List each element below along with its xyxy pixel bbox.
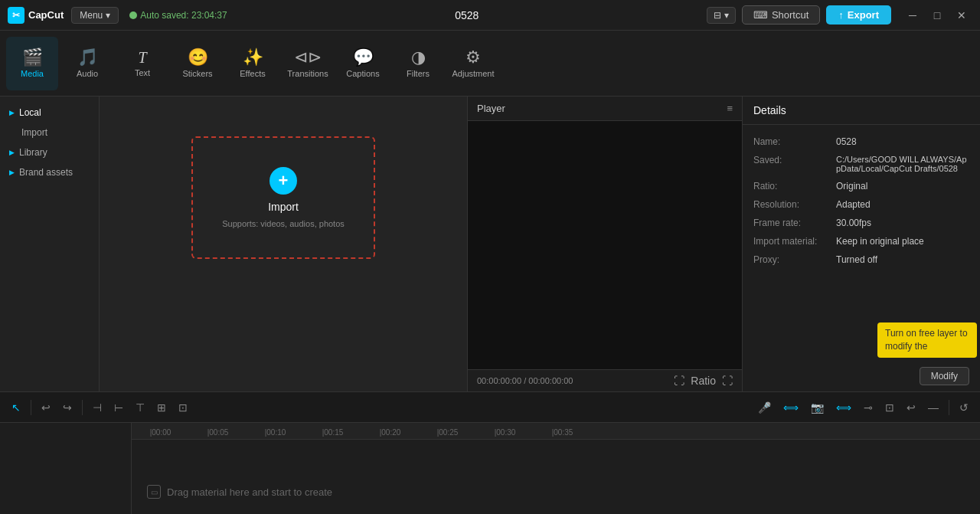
app-logo: ✂ CapCut bbox=[8, 7, 64, 24]
audio-split-button[interactable]: ⟺ bbox=[832, 399, 855, 416]
effects-icon: ✨ bbox=[243, 49, 263, 66]
sidebar-item-import[interactable]: Import bbox=[0, 123, 99, 142]
ruler-mark-25: |00:25 bbox=[419, 426, 476, 437]
tl-sep3 bbox=[949, 400, 949, 415]
sidebar-item-library[interactable]: ▶ Library bbox=[0, 142, 99, 162]
player-panel: Player ≡ 00:00:00:00 / 00:00:00:00 ⛶ Rat… bbox=[467, 97, 743, 391]
import-box[interactable]: + Import Supports: videos, audios, photo… bbox=[191, 136, 375, 259]
detail-label-framerate: Frame rate: bbox=[753, 218, 830, 228]
sidebar-item-brand-assets[interactable]: ▶ Brand assets bbox=[0, 162, 99, 182]
toolbar-label-effects: Effects bbox=[240, 69, 265, 78]
maximize-button[interactable]: □ bbox=[926, 7, 948, 24]
trim-right-button[interactable]: ⊤ bbox=[132, 399, 149, 416]
export-icon: ↑ bbox=[838, 9, 844, 21]
toolbar-label-text: Text bbox=[135, 68, 150, 77]
redo-button[interactable]: ↪ bbox=[59, 399, 76, 416]
ruler-mark-20: |00:20 bbox=[361, 426, 419, 437]
app-name: CapCut bbox=[28, 9, 64, 21]
left-panel: ▶ Local Import ▶ Library ▶ Brand assets bbox=[0, 97, 100, 391]
export-button[interactable]: ↑ Export bbox=[826, 5, 891, 25]
crop-button[interactable]: ⊞ bbox=[153, 399, 170, 416]
timeline-toolbar: ↖ ↩ ↪ ⊣ ⊢ ⊤ ⊞ ⊡ 🎤 ⟺ 📷 ⟺ ⊸ ⊡ ↩ — ↺ bbox=[0, 392, 980, 423]
toolbar-item-text[interactable]: T Text bbox=[116, 37, 168, 90]
import-plus-icon: + bbox=[270, 167, 297, 195]
details-panel: Details Name: 0528 Saved: C:/Users/GOOD … bbox=[743, 97, 980, 391]
detail-value-framerate: 30.00fps bbox=[836, 218, 871, 228]
fullscreen-button[interactable]: ⛶ bbox=[722, 375, 733, 387]
ruler-marks-container: |00:00 |00:05 |00:10 |00:15 |00:20 bbox=[132, 426, 591, 437]
detail-label-proxy: Proxy: bbox=[753, 254, 830, 265]
detail-value-import-material: Keep in original place bbox=[836, 236, 924, 247]
captions-icon: 💬 bbox=[353, 49, 374, 66]
toolbar-label-media: Media bbox=[21, 69, 44, 78]
player-time-display: 00:00:00:00 / 00:00:00:00 bbox=[477, 376, 573, 385]
ruler-mark-0: |00:00 bbox=[132, 426, 189, 437]
ratio-button[interactable]: Ratio bbox=[691, 375, 716, 387]
tl-sep2 bbox=[82, 400, 83, 415]
player-header: Player ≡ bbox=[468, 97, 742, 121]
detail-row-name: Name: 0528 bbox=[743, 133, 980, 151]
timeline-right: |00:00 |00:05 |00:10 |00:15 |00:20 bbox=[132, 423, 980, 514]
player-menu-icon[interactable]: ≡ bbox=[727, 103, 733, 114]
shortcut-button[interactable]: ⌨ Shortcut bbox=[742, 5, 820, 25]
menu-button[interactable]: Menu ▾ bbox=[71, 7, 119, 24]
audio-connect-button[interactable]: ⟺ bbox=[779, 399, 802, 416]
detail-label-ratio: Ratio: bbox=[753, 181, 830, 192]
detail-value-name: 0528 bbox=[836, 136, 857, 147]
select-tool-button[interactable]: ↖ bbox=[8, 399, 24, 416]
sidebar-item-local[interactable]: ▶ Local bbox=[0, 103, 99, 123]
detail-row-ratio: Ratio: Original bbox=[743, 177, 980, 195]
toolbar-item-media[interactable]: 🎬 Media bbox=[6, 37, 58, 90]
top-bar: ✂ CapCut Menu ▾ Auto saved: 23:04:37 052… bbox=[0, 0, 980, 31]
modify-button[interactable]: Modify bbox=[920, 367, 969, 385]
audio-icon: 🎵 bbox=[77, 49, 98, 66]
auto-saved-status: Auto saved: 23:04:37 bbox=[129, 10, 227, 21]
import-support-text: Supports: videos, audios, photos bbox=[222, 219, 345, 228]
layout-icon: ⊟ bbox=[714, 10, 721, 21]
delete-button[interactable]: ⊡ bbox=[175, 399, 191, 416]
toolbar-item-stickers[interactable]: 😊 Stickers bbox=[172, 37, 224, 90]
top-center: 0528 bbox=[235, 9, 699, 21]
zoom-out-button[interactable]: ↺ bbox=[956, 399, 972, 416]
toolbar-item-captions[interactable]: 💬 Captions bbox=[337, 37, 389, 90]
audio-detach-button[interactable]: ⊸ bbox=[860, 399, 877, 416]
copy-button[interactable]: ↩ bbox=[903, 399, 920, 416]
toolbar-item-effects[interactable]: ✨ Effects bbox=[227, 37, 279, 90]
detail-value-saved: C:/Users/GOOD WILL ALWAYS/AppData/Local/… bbox=[836, 155, 969, 173]
detail-row-resolution: Resolution: Adapted bbox=[743, 195, 980, 214]
tl-sep1 bbox=[31, 400, 31, 415]
trim-left-button[interactable]: ⊢ bbox=[110, 399, 127, 416]
expand-arrow-brand-icon: ▶ bbox=[9, 169, 15, 176]
zoom-fit-button[interactable]: ⛶ bbox=[674, 375, 684, 387]
paste-button[interactable]: — bbox=[924, 399, 942, 416]
toolbar-item-adjustment[interactable]: ⚙ Adjustment bbox=[447, 37, 499, 90]
sidebar-label-local: Local bbox=[19, 107, 41, 118]
minimize-button[interactable]: ─ bbox=[902, 7, 923, 24]
detail-row-import-material: Import material: Keep in original place bbox=[743, 232, 980, 250]
mic-button[interactable]: 🎤 bbox=[754, 399, 775, 416]
drag-hint-icon: ▭ bbox=[147, 485, 161, 499]
toolbar-item-transitions[interactable]: ⊲⊳ Transitions bbox=[282, 37, 334, 90]
overlay-button[interactable]: ⊡ bbox=[881, 399, 898, 416]
toolbar-item-filters[interactable]: ◑ Filters bbox=[392, 37, 444, 90]
media-icon: 🎬 bbox=[22, 49, 43, 66]
timeline-right-buttons: 🎤 ⟺ 📷 ⟺ ⊸ ⊡ ↩ — ↺ bbox=[754, 399, 972, 416]
close-button[interactable]: ✕ bbox=[951, 7, 972, 24]
detail-value-ratio: Original bbox=[836, 181, 867, 192]
tooltip-box: Turn on free layer to modify the bbox=[877, 322, 977, 358]
detail-row-framerate: Frame rate: 30.00fps bbox=[743, 214, 980, 232]
toolbar-label-captions: Captions bbox=[346, 69, 379, 78]
toolbar-label-stickers: Stickers bbox=[182, 69, 212, 78]
layout-button[interactable]: ⊟ ▾ bbox=[707, 7, 736, 24]
undo-button[interactable]: ↩ bbox=[38, 399, 54, 416]
detail-label-resolution: Resolution: bbox=[753, 199, 830, 210]
toolbar: 🎬 Media 🎵 Audio T Text 😊 Stickers ✨ Effe… bbox=[0, 31, 980, 97]
toolbar-item-audio[interactable]: 🎵 Audio bbox=[61, 37, 113, 90]
sidebar-label-import: Import bbox=[21, 127, 47, 138]
detail-label-import-material: Import material: bbox=[753, 236, 830, 247]
camera-button[interactable]: 📷 bbox=[807, 399, 828, 416]
toolbar-label-filters: Filters bbox=[407, 69, 430, 78]
saved-dot-icon bbox=[129, 11, 137, 19]
media-area: + Import Supports: videos, audios, photo… bbox=[100, 97, 467, 391]
split-button[interactable]: ⊣ bbox=[89, 399, 106, 416]
